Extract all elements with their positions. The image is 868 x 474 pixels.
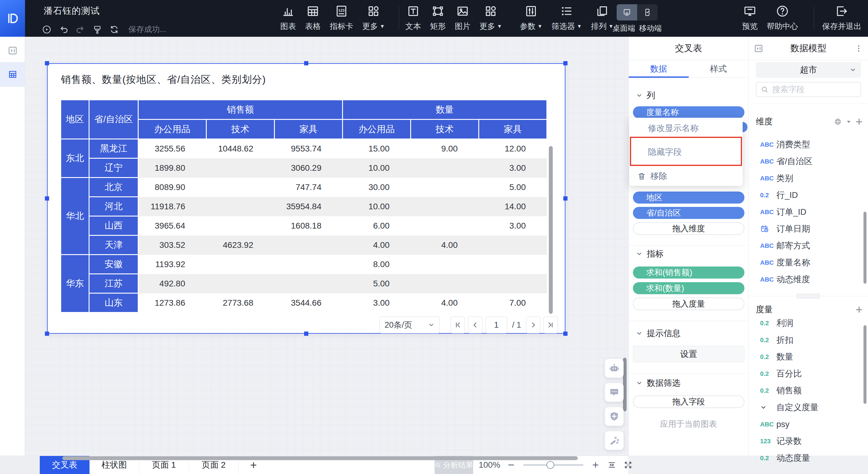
canvas[interactable]: 销售额、数量(按地区、省/自治区、类别划分) 地区省/自治区销售额数量办公用品技… [25,37,628,455]
region-cell[interactable]: 华东 [61,255,89,313]
globe-icon[interactable] [834,118,842,126]
province-cell[interactable]: 北京 [89,178,138,197]
dataset-select[interactable]: 超市 [756,62,861,78]
sub-col-header[interactable]: 家具 [275,120,343,139]
toolbar-table-button[interactable]: 表格 [305,4,321,32]
province-cell[interactable]: 江苏 [89,274,138,293]
field-item-邮寄方式[interactable]: ABC邮寄方式 [749,237,868,254]
province-cell[interactable]: 黑龙江 [89,139,138,159]
province-cell[interactable]: 辽宁 [89,159,138,178]
measures-section-header[interactable]: 指标 [636,248,664,260]
selection-handle-se[interactable] [563,332,567,336]
toolbar-exit-button[interactable]: 保存并退出 [822,4,861,32]
crosstab-widget[interactable]: 销售额、数量(按地区、省/自治区、类别划分) 地区省/自治区销售额数量办公用品技… [47,63,565,334]
magic-wand-button[interactable] [605,431,624,450]
toolbar-more-blocks-button[interactable]: 更多▼ [479,4,502,32]
toolbar-params-button[interactable]: 参数▼ [520,4,542,32]
province-cell[interactable]: 山东 [89,293,138,313]
shield-add-button[interactable] [605,407,624,426]
sidebar-collapse-icon[interactable] [0,45,25,56]
drop-filter-field-zone[interactable]: 拖入字段 [633,396,744,408]
toolbar-arrange-button[interactable]: 排列▼ [591,4,614,32]
field-search-input[interactable]: 搜索字段 [756,82,861,97]
tooltip-settings-button[interactable]: 设置 [633,346,744,362]
field-item-百分比[interactable]: 0.2百分比 [749,365,868,382]
ai-robot-button[interactable] [605,359,624,378]
zoom-in-icon[interactable] [591,461,600,469]
province-cell[interactable]: 山西 [89,216,138,236]
redo-icon[interactable] [75,24,86,35]
sub-col-header[interactable]: 技术 [411,120,479,139]
field-item-数量[interactable]: 0.2数量 [749,348,868,365]
field-item-折扣[interactable]: 0.2折扣 [749,332,868,348]
caret-down-icon[interactable] [845,118,852,126]
field-item-订单日期[interactable]: 订单日期 [749,221,868,237]
field-item-动态维度[interactable]: ABC动态维度 [749,271,868,288]
last-page-button[interactable] [544,316,558,333]
col-group-header[interactable]: 销售额 [138,100,343,120]
format-brush-icon[interactable] [92,24,102,35]
zoom-slider[interactable] [523,464,584,466]
sub-col-header[interactable]: 技术 [207,120,275,139]
sub-col-header[interactable]: 家具 [479,120,547,139]
dimension-scrollbar[interactable] [864,212,867,284]
menu-item-修改显示名称[interactable]: 修改显示名称 [629,121,743,136]
selection-handle-w[interactable] [45,196,49,201]
toolbar-help-button[interactable]: 帮助中心 [767,4,798,32]
region-cell[interactable]: 华北 [61,178,89,255]
table-scrollbar[interactable] [549,146,553,314]
field-item-订单_ID[interactable]: ABC订单_ID [749,204,868,221]
add-measure-button[interactable]: + [856,306,863,313]
refresh-icon[interactable] [109,24,119,35]
sub-col-header[interactable]: 办公用品 [138,120,207,139]
tab-样式[interactable]: 样式 [689,60,749,77]
page-size-select[interactable]: 20条/页 [379,316,440,333]
sidebar-item-dashboard-grid[interactable] [0,62,25,87]
field-item-省/自治区[interactable]: ABC省/自治区 [749,153,868,170]
col-header[interactable]: 地区 [61,100,89,139]
document-title[interactable]: 潘石钰的测试 [44,5,100,17]
field-item-psy[interactable]: ABCpsy [749,416,868,433]
fit-width-icon[interactable] [608,461,616,469]
sub-col-header[interactable]: 办公用品 [343,120,411,139]
menu-item-移除[interactable]: 移除 [629,169,743,184]
undo-icon[interactable] [59,24,69,35]
field-item-度量名称[interactable]: ABC度量名称 [749,254,868,271]
province-cell[interactable]: 安徽 [89,255,138,274]
zoom-slider-knob[interactable] [547,461,554,469]
selection-handle-sw[interactable] [45,332,49,336]
columns-section-header[interactable]: 列 [636,90,655,101]
toolbar-chart-button[interactable]: 图表 [280,4,296,32]
tab-数据[interactable]: 数据 [629,60,689,77]
toolbar-preview-button[interactable]: 预览 [742,4,758,32]
panel-resize-handle[interactable] [797,294,820,298]
region-cell[interactable]: 东北 [61,139,89,178]
field-item-消费类型[interactable]: ABC消费类型 [749,136,868,153]
selection-handle-e[interactable] [563,196,567,201]
province-cell[interactable]: 天津 [89,236,138,255]
toolbar-scorecard-button[interactable]: 123指标卡 [330,4,353,32]
filter-section-header[interactable]: 数据筛选 [636,377,681,389]
page-number-input[interactable]: 1 [486,316,507,333]
col-group-header[interactable]: 数量 [343,100,547,120]
kebab-menu-icon[interactable] [854,44,863,53]
panel-collapse-icon[interactable] [753,43,764,54]
menu-item-隐藏字段[interactable]: 隐藏字段 [629,144,743,160]
measure-pill[interactable]: 求和(销售额) [633,267,744,278]
col-header[interactable]: 省/自治区 [89,100,138,139]
field-item-行_ID[interactable]: 0.2行_ID [749,187,868,204]
field-item-销售额[interactable]: 0.2销售额 [749,382,868,399]
toolbar-rect-shape-button[interactable]: 矩形 [430,4,446,32]
toolbar-more-blocks-button[interactable]: 更多▼ [362,4,385,32]
fullscreen-icon[interactable] [624,461,632,469]
toolbar-text-button[interactable]: 文本 [405,4,421,32]
add-dimension-button[interactable]: + [856,118,863,126]
measure-scrollbar[interactable] [864,325,867,404]
toolbar-image-button[interactable]: 图片 [455,4,470,32]
field-item-记录数[interactable]: 123记录数 [749,433,868,450]
field-item-动态度量[interactable]: 0.2动态度量 [749,450,868,467]
device-phone-toggle[interactable] [637,4,658,21]
zoom-out-icon[interactable] [507,461,516,469]
prev-page-button[interactable] [468,316,483,333]
drop-dimension-zone[interactable]: 拖入维度 [633,222,744,235]
